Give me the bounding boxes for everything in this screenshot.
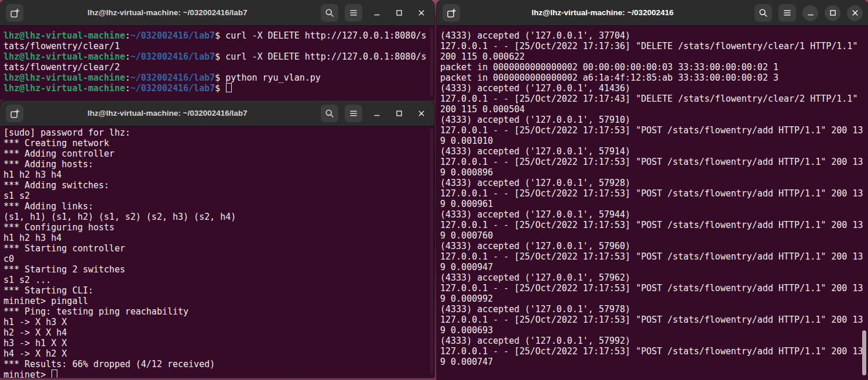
close-button[interactable] (847, 5, 863, 21)
close-icon (417, 9, 426, 17)
close-icon (851, 9, 859, 17)
titlebar[interactable]: lhz@lhz-virtual-machine: ~/032002416/lab… (0, 0, 434, 26)
window-title: lhz@lhz-virtual-machine: ~/032002416 (472, 0, 733, 26)
window-title: lhz@lhz-virtual-machine: ~/032002416/lab… (35, 101, 300, 126)
terminal-line: (4333) accepted ('127.0.0.1', 57960) (440, 241, 868, 251)
terminal-line: h1 -> X h3 X (4, 317, 434, 327)
terminal-output-top-left[interactable]: lhz@lhz-virtual-machine:~/032002416/lab7… (0, 26, 434, 99)
terminal-line: h1 h2 h3 h4 (4, 233, 434, 243)
terminal-line: 127.0.0.1 - - [25/Oct/2022 17:17:53] "PO… (440, 125, 868, 136)
terminal-line: lhz@lhz-virtual-machine:~/032002416/lab7… (4, 51, 434, 62)
terminal-window-right: lhz@lhz-virtual-machine: ~/032002416 (437, 0, 868, 380)
scrollbar-trough[interactable] (430, 129, 433, 374)
terminal-window-bottom-left: lhz@lhz-virtual-machine: ~/032002416/lab… (0, 101, 434, 378)
terminal-line: lhz@lhz-virtual-machine:~/032002416/lab7… (4, 72, 434, 83)
search-button[interactable] (754, 4, 772, 22)
menu-button[interactable] (345, 105, 362, 122)
minimize-icon (373, 9, 381, 17)
terminal-line: [sudo] password for lhz: (4, 127, 434, 138)
menu-button[interactable] (778, 4, 796, 22)
terminal-line: packet in 0000000000000002 00:00:00:00:0… (440, 62, 868, 72)
terminal-line: 127.0.0.1 - - [25/Oct/2022 17:17:53] "PO… (440, 315, 868, 325)
terminal-line: 9 0.000992 (440, 293, 868, 304)
terminal-line: *** Creating network (4, 138, 434, 148)
new-tab-icon (447, 8, 457, 18)
search-icon (759, 8, 768, 18)
terminal-line: h3 -> h1 X X (4, 338, 434, 348)
terminal-output-bottom-left[interactable]: [sudo] password for lhz: *** Creating ne… (0, 126, 434, 378)
terminal-line: h1 h2 h3 h4 (4, 170, 434, 180)
minimize-button[interactable] (802, 5, 818, 21)
terminal-line: mininet> (4, 369, 434, 378)
search-button[interactable] (321, 4, 338, 22)
terminal-line: (4333) accepted ('127.0.0.1', 57962) (440, 272, 868, 283)
terminal-line: 127.0.0.1 - - [25/Oct/2022 17:17:53] "PO… (440, 157, 868, 167)
terminal-line: 9 0.000760 (440, 230, 868, 241)
minimize-icon (373, 109, 381, 118)
close-icon (417, 109, 426, 118)
maximize-button[interactable] (391, 106, 407, 122)
terminal-line: 9 0.000961 (440, 199, 868, 209)
maximize-button[interactable] (825, 5, 840, 21)
terminal-line: lhz@lhz-virtual-machine:~/032002416/lab7… (4, 83, 434, 94)
terminal-line: 9 0.000947 (440, 262, 868, 272)
terminal-line: h2 -> X X h4 (4, 327, 434, 338)
new-tab-button[interactable] (6, 105, 23, 122)
close-button[interactable] (413, 106, 429, 122)
terminal-line: s1 s2 ... (4, 275, 434, 285)
terminal-line: (4333) accepted ('127.0.0.1', 57978) (440, 304, 868, 315)
terminal-output-right[interactable]: (4333) accepted ('127.0.0.1', 37704)127.… (437, 26, 868, 380)
search-icon (325, 109, 334, 118)
terminal-line: (4333) accepted ('127.0.0.1', 57914) (440, 146, 868, 157)
new-tab-icon (10, 109, 20, 119)
hamburger-menu-icon (349, 8, 358, 18)
terminal-line: *** Results: 66% dropped (4/12 received) (4, 359, 434, 369)
terminal-line: c0 (4, 254, 434, 264)
hamburger-menu-icon (783, 8, 792, 18)
terminal-line: *** Starting controller (4, 243, 434, 254)
minimize-button[interactable] (369, 106, 385, 122)
terminal-cursor (52, 369, 57, 378)
new-tab-icon (10, 8, 20, 18)
terminal-line: *** Adding switches: (4, 180, 434, 191)
maximize-icon (829, 9, 837, 17)
terminal-line: 9 0.000693 (440, 325, 868, 336)
terminal-line: *** Adding links: (4, 201, 434, 212)
new-tab-button[interactable] (442, 4, 460, 22)
minimize-button[interactable] (369, 5, 385, 21)
titlebar[interactable]: lhz@lhz-virtual-machine: ~/032002416/lab… (0, 101, 434, 126)
terminal-line: *** Adding hosts: (4, 159, 434, 170)
scrollbar-thumb[interactable] (862, 330, 866, 375)
terminal-line: packet in 0000000000000002 a6:1a:4f:12:8… (440, 72, 868, 83)
terminal-line: 127.0.0.1 - - [25/Oct/2022 17:17:53] "PO… (440, 346, 868, 357)
terminal-line: (4333) accepted ('127.0.0.1', 57992) (440, 336, 868, 346)
terminal-line: h4 -> X h2 X (4, 348, 434, 359)
terminal-line: *** Ping: testing ping reachability (4, 306, 434, 317)
close-button[interactable] (413, 5, 429, 21)
search-button[interactable] (321, 105, 338, 122)
terminal-line: 127.0.0.1 - - [25/Oct/2022 17:17:36] "DE… (440, 41, 868, 51)
terminal-line: 127.0.0.1 - - [25/Oct/2022 17:17:53] "PO… (440, 188, 868, 199)
terminal-line: 9 0.000896 (440, 167, 868, 178)
terminal-line: tats/flowentry/clear/2 (4, 62, 434, 72)
maximize-icon (395, 109, 403, 118)
terminal-line: mininet> pingall (4, 296, 434, 306)
maximize-button[interactable] (391, 5, 407, 21)
titlebar[interactable]: lhz@lhz-virtual-machine: ~/032002416 (437, 0, 868, 26)
terminal-line: *** Starting CLI: (4, 285, 434, 296)
scrollbar-trough[interactable] (430, 28, 433, 96)
terminal-line: 200 115 0.000504 (440, 104, 868, 115)
terminal-line: *** Configuring hosts (4, 222, 434, 233)
new-tab-button[interactable] (6, 4, 23, 22)
terminal-line: 127.0.0.1 - - [25/Oct/2022 17:17:53] "PO… (440, 220, 868, 230)
terminal-line: (4333) accepted ('127.0.0.1', 37704) (440, 30, 868, 41)
terminal-line: lhz@lhz-virtual-machine:~/032002416/lab7… (4, 30, 434, 41)
terminal-line: *** Adding controller (4, 148, 434, 159)
terminal-line: 200 115 0.000622 (440, 51, 868, 62)
hamburger-menu-icon (349, 109, 358, 118)
terminal-line: (4333) accepted ('127.0.0.1', 41436) (440, 83, 868, 94)
terminal-line: 9 0.001010 (440, 136, 868, 146)
menu-button[interactable] (345, 4, 362, 22)
terminal-line: s1 s2 (4, 191, 434, 201)
window-title: lhz@lhz-virtual-machine: ~/032002416/lab… (35, 0, 300, 26)
